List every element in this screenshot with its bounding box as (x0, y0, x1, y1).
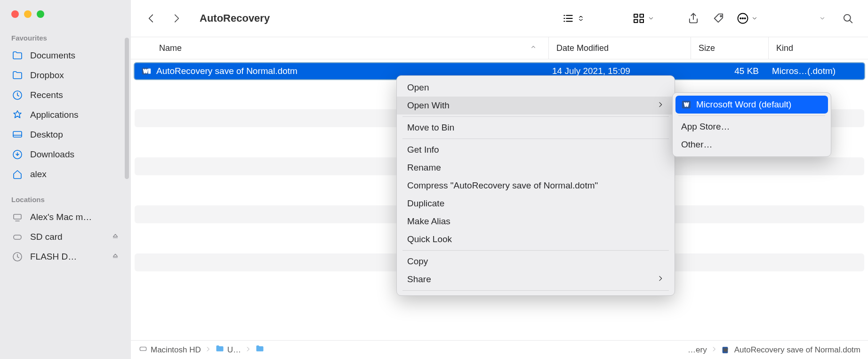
svg-text:W: W (723, 348, 728, 352)
sort-indicator-icon (530, 43, 537, 53)
cm-label: Move to Bin (407, 122, 454, 133)
column-label: Date Modified (556, 43, 609, 53)
column-date[interactable]: Date Modified (548, 37, 691, 59)
path-seg-current-folder[interactable]: …ery (688, 345, 707, 355)
sidebar-item-sdcard[interactable]: SD card (0, 227, 131, 247)
disk-icon (11, 231, 24, 243)
close-window-button[interactable] (11, 10, 19, 18)
folder-icon (11, 69, 24, 82)
view-list-button[interactable] (561, 11, 585, 25)
computer-icon (11, 211, 24, 223)
minimize-window-button[interactable] (24, 10, 32, 18)
sidebar-item-label: Alex's Mac m… (30, 212, 120, 222)
svg-rect-18 (148, 69, 151, 74)
cm-move-to-bin[interactable]: Move to Bin (397, 119, 675, 137)
column-label: Size (699, 43, 715, 53)
zoom-window-button[interactable] (37, 10, 44, 18)
actions-button[interactable] (736, 12, 758, 25)
cm-separator (402, 139, 669, 139)
sm-other[interactable]: Other… (675, 136, 828, 154)
sidebar-item-desktop[interactable]: Desktop (0, 125, 131, 145)
svg-rect-1 (13, 131, 22, 137)
folder-icon (255, 344, 265, 356)
word-file-icon: W (721, 345, 731, 355)
column-size[interactable]: Size (691, 37, 768, 59)
word-app-icon: W (681, 99, 691, 110)
svg-point-12 (740, 18, 741, 19)
sidebar-item-downloads[interactable]: Downloads (0, 145, 131, 164)
eject-icon[interactable] (111, 232, 120, 243)
column-kind[interactable]: Kind (768, 37, 868, 59)
back-button[interactable] (143, 10, 159, 26)
desktop-icon (11, 129, 24, 141)
sidebar-scrollbar[interactable] (125, 38, 129, 179)
sidebar-section-locations: Locations (0, 193, 131, 207)
cm-label: Make Alias (407, 216, 450, 227)
cm-label: Copy (407, 256, 428, 267)
file-name: AutoRecovery save of Normal.dotm (156, 66, 297, 76)
path-seg-truncated[interactable] (255, 344, 265, 356)
sm-word[interactable]: W Microsoft Word (default) (675, 96, 828, 114)
cm-rename[interactable]: Rename (397, 159, 675, 177)
svg-point-10 (720, 16, 722, 17)
cm-quick-look[interactable]: Quick Look (397, 230, 675, 248)
svg-rect-4 (14, 235, 21, 239)
forward-button[interactable] (169, 10, 185, 26)
sidebar-item-label: Documents (30, 50, 120, 61)
path-label: U… (227, 345, 241, 355)
folder-icon (11, 49, 24, 62)
applications-icon (11, 109, 24, 121)
clock-icon (11, 89, 24, 101)
path-seg-root[interactable]: Macintosh HD (138, 344, 201, 356)
cm-duplicate[interactable]: Duplicate (397, 195, 675, 212)
file-date: 14 July 2021, 15:09 (546, 66, 688, 76)
path-label: Macintosh HD (151, 345, 201, 355)
sidebar-item-home[interactable]: alex (0, 164, 131, 184)
sidebar: Favourites Documents Dropbox Recents App… (0, 0, 131, 359)
sidebar-item-recents[interactable]: Recents (0, 85, 131, 105)
word-file-icon: W (141, 66, 152, 76)
sidebar-item-applications[interactable]: Applications (0, 105, 131, 125)
cm-label: Get Info (407, 145, 439, 155)
sm-label: Other… (681, 139, 713, 150)
svg-text:W: W (144, 69, 148, 74)
folder-icon (215, 344, 225, 356)
cm-get-info[interactable]: Get Info (397, 141, 675, 159)
expand-button[interactable] (814, 10, 830, 26)
search-button[interactable] (840, 10, 856, 26)
cm-compress[interactable]: Compress "AutoRecovery save of Normal.do… (397, 177, 675, 195)
cm-copy[interactable]: Copy (397, 253, 675, 270)
path-seg[interactable]: U… (215, 344, 241, 356)
svg-point-11 (738, 14, 748, 24)
home-icon (11, 168, 24, 180)
svg-rect-6 (634, 14, 638, 17)
sidebar-item-documents[interactable]: Documents (0, 46, 131, 65)
folder-title: AutoRecovery (200, 12, 270, 24)
cm-separator (402, 250, 669, 251)
group-button[interactable] (632, 11, 654, 25)
eject-icon[interactable] (111, 252, 120, 262)
sidebar-item-mac[interactable]: Alex's Mac m… (0, 207, 131, 227)
column-name[interactable]: Name (131, 37, 548, 59)
file-size: 45 KB (688, 66, 765, 76)
sidebar-item-flash[interactable]: FLASH D… (0, 247, 131, 267)
context-menu: Open Open With Move to Bin Get Info Rena… (396, 75, 675, 296)
cm-open[interactable]: Open (397, 79, 675, 97)
sm-label: Microsoft Word (default) (696, 99, 791, 110)
window-controls (0, 8, 131, 31)
sm-appstore[interactable]: App Store… (675, 118, 828, 136)
sidebar-item-label: SD card (30, 232, 104, 242)
cm-label: Quick Look (407, 234, 452, 245)
sidebar-item-dropbox[interactable]: Dropbox (0, 65, 131, 85)
svg-point-14 (745, 18, 746, 19)
cm-make-alias[interactable]: Make Alias (397, 212, 675, 230)
cm-share[interactable]: Share (397, 270, 675, 288)
tags-button[interactable] (711, 10, 727, 26)
cm-separator (402, 290, 669, 291)
submenu-arrow-icon (657, 274, 664, 285)
share-button[interactable] (685, 10, 701, 26)
cm-open-with[interactable]: Open With (397, 97, 675, 114)
disk-icon (138, 344, 148, 356)
path-seg-file[interactable]: W AutoRecovery save of Normal.dotm (721, 345, 860, 355)
cm-label: Compress "AutoRecovery save of Normal.do… (407, 180, 598, 191)
